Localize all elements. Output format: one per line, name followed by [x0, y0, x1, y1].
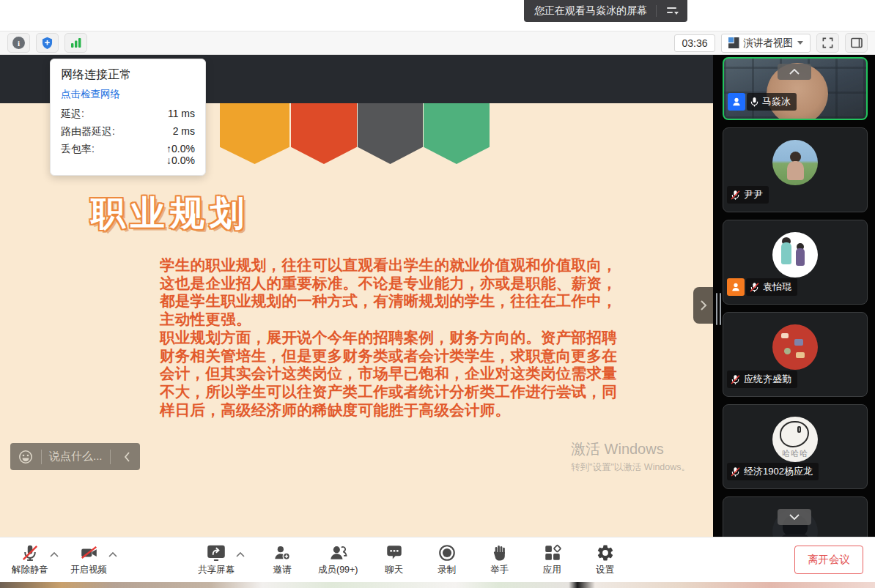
chat-label: 聊天	[385, 564, 403, 576]
avatar-text: 哈哈哈	[772, 448, 818, 459]
chevron-down-icon	[797, 41, 803, 45]
pennant-gray	[358, 103, 423, 164]
role-badge-icon	[727, 278, 745, 296]
settings-label: 设置	[596, 564, 614, 576]
gear-icon	[596, 543, 615, 562]
network-signal-button[interactable]	[64, 33, 87, 53]
avatar	[772, 324, 818, 370]
emoji-icon[interactable]	[18, 449, 34, 465]
leave-meeting-button[interactable]: 离开会议	[794, 546, 863, 574]
avatar: 哈哈哈	[772, 417, 818, 462]
badge-menu-icon[interactable]	[662, 2, 683, 20]
watermark-line2: 转到"设置"以激活 Windows。	[571, 461, 690, 474]
mic-muted-icon	[749, 282, 760, 293]
record-label: 录制	[438, 564, 456, 576]
packet-loss-label: 丢包率:	[61, 143, 95, 166]
router-latency-label: 路由器延迟:	[61, 125, 115, 138]
audio-options-chevron[interactable]	[50, 552, 59, 557]
mic-muted-icon	[730, 190, 741, 201]
latency-value: 11 ms	[168, 108, 195, 121]
participant-label: 经济1902杨应龙	[727, 463, 819, 480]
fullscreen-icon	[822, 37, 834, 49]
windows-activation-watermark: 激活 Windows 转到"设置"以激活 Windows。	[571, 439, 690, 474]
raise-hand-button[interactable]: 举手	[483, 543, 517, 576]
raise-hand-icon	[490, 543, 509, 562]
settings-button[interactable]: 设置	[588, 543, 622, 576]
chat-input-placeholder[interactable]: 说点什么...	[49, 450, 103, 464]
share-screen-button[interactable]: 共享屏幕	[198, 543, 235, 576]
info-icon: i	[12, 37, 25, 49]
packet-loss-row: 丢包率: ↑0.0% ↓0.0%	[61, 143, 195, 166]
video-options-chevron[interactable]	[108, 552, 117, 557]
sidebar-expander-tab[interactable]	[693, 287, 713, 324]
slide-paragraph-1: 学生的职业规划，往往可以直观看出学生的就业价值观和价值取向，这也是企业招人的重要…	[160, 256, 626, 329]
chat-button[interactable]: 聊天	[377, 543, 411, 576]
share-screen-label: 共享屏幕	[198, 564, 235, 576]
share-screen-icon	[205, 543, 227, 562]
participant-name: 袁怡琨	[763, 280, 791, 294]
router-latency-row: 路由器延迟: 2 ms	[61, 125, 195, 138]
pennant-orange	[220, 103, 289, 164]
collapse-strip-chevron-up[interactable]	[778, 64, 811, 80]
members-icon	[328, 543, 347, 562]
packet-loss-down: ↓0.0%	[166, 155, 195, 166]
meeting-app-window: 职业规划 学生的职业规划，往往可以直观看出学生的就业价值观和价值取向，这也是企业…	[0, 0, 875, 588]
check-network-link[interactable]: 点击检查网络	[61, 88, 195, 101]
top-toolbar: i 03:36 演讲者视图	[0, 31, 875, 55]
slide-title: 职业规划	[91, 190, 249, 237]
unmute-button[interactable]: 解除静音	[12, 543, 48, 576]
participant-label: 袁怡琨	[727, 278, 797, 296]
fullscreen-button[interactable]	[816, 33, 839, 53]
meeting-info-button[interactable]: i	[7, 33, 30, 53]
mic-muted-icon	[21, 543, 40, 562]
view-mode-label: 演讲者视图	[744, 37, 794, 50]
meeting-timer: 03:36	[674, 34, 715, 52]
unmute-label: 解除静音	[12, 564, 48, 576]
participant-name: 经济1902杨应龙	[744, 465, 813, 478]
slide-body-text: 学生的职业规划，往往可以直观看出学生的就业价值观和价值取向，这也是企业招人的重要…	[160, 256, 626, 419]
signal-bars-icon	[70, 37, 82, 48]
chat-bubble-icon	[385, 543, 404, 562]
invite-button[interactable]: 邀请	[265, 543, 299, 576]
participant-name: 马焱冰	[762, 95, 791, 108]
security-button[interactable]	[36, 33, 59, 53]
bottom-toolbar: 解除静音 开启视频 共享屏幕	[0, 537, 875, 582]
network-status-title: 网络连接正常	[61, 67, 195, 83]
slide-paragraph-2: 职业规划方面，展开说个今年的招聘案例，财务方向的。资产部招聘财务相关管培生，但是…	[160, 329, 626, 420]
side-panel-icon	[850, 37, 863, 49]
record-button[interactable]: 录制	[430, 543, 464, 576]
invite-person-icon	[273, 543, 292, 562]
participant-tile-4[interactable]: 应统齐盛勤	[723, 312, 868, 397]
scroll-strip-chevron-down[interactable]	[778, 509, 811, 525]
divider	[41, 450, 42, 464]
chat-quick-input[interactable]: 说点什么...	[10, 443, 140, 470]
packet-loss-values: ↑0.0% ↓0.0%	[166, 143, 195, 166]
mic-muted-icon	[730, 374, 741, 385]
participant-tile-2[interactable]: 尹尹	[723, 127, 868, 212]
start-video-button[interactable]: 开启视频	[70, 543, 107, 576]
chevron-left-icon[interactable]	[118, 447, 137, 466]
desktop-strip	[0, 582, 875, 588]
apps-button[interactable]: 应用	[536, 543, 569, 576]
panel-drag-handle[interactable]	[716, 293, 721, 325]
participant-tile-5[interactable]: 哈哈哈 经济1902杨应龙	[723, 404, 868, 489]
participant-tile-3[interactable]: 袁怡琨	[723, 220, 868, 305]
participant-name: 应统齐盛勤	[744, 373, 791, 386]
raise-hand-label: 举手	[490, 564, 509, 576]
packet-loss-up: ↑0.0%	[166, 143, 195, 155]
divider	[110, 450, 111, 464]
viewer-status-badge: 您正在观看马焱冰的屏幕	[524, 0, 687, 22]
pennant-red	[291, 103, 357, 164]
participant-label: 马焱冰	[728, 93, 797, 111]
share-options-chevron[interactable]	[236, 552, 245, 557]
apps-grid-icon	[543, 543, 562, 562]
apps-label: 应用	[543, 564, 561, 576]
side-panel-toggle-button[interactable]	[845, 33, 868, 53]
latency-label: 延迟:	[61, 108, 84, 121]
members-button[interactable]: 成员(99+)	[318, 543, 358, 576]
avatar	[772, 232, 818, 278]
router-latency-value: 2 ms	[173, 125, 195, 138]
participant-label: 应统齐盛勤	[727, 371, 797, 388]
start-video-label: 开启视频	[70, 564, 107, 576]
view-mode-selector[interactable]: 演讲者视图	[721, 34, 811, 53]
